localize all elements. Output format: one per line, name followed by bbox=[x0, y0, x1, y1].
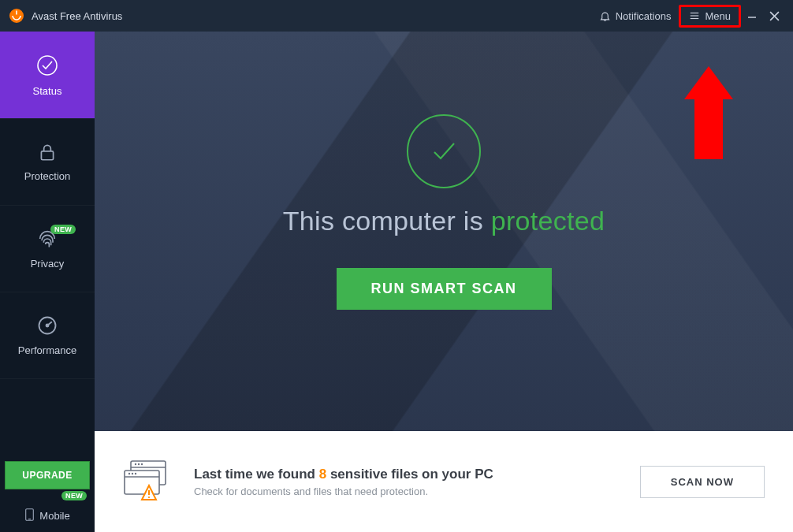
lock-icon bbox=[37, 142, 58, 162]
new-badge: NEW bbox=[50, 225, 76, 234]
mobile-icon bbox=[24, 508, 35, 523]
avast-logo-icon bbox=[8, 7, 25, 24]
svg-point-21 bbox=[128, 473, 130, 474]
notifications-label: Notifications bbox=[616, 10, 672, 22]
menu-button[interactable]: Menu bbox=[679, 5, 741, 28]
svg-rect-1 bbox=[16, 11, 17, 15]
promo-title: Last time we found 8 sensitive files on … bbox=[194, 467, 618, 482]
sidebar-item-label: Mobile bbox=[39, 510, 69, 522]
sidebar-item-status[interactable]: Status bbox=[0, 32, 95, 118]
status-headline: This computer is protected bbox=[283, 206, 605, 236]
new-badge: NEW bbox=[61, 491, 87, 500]
svg-point-22 bbox=[132, 473, 133, 474]
scan-now-button[interactable]: SCAN NOW bbox=[640, 466, 765, 498]
run-smart-scan-button[interactable]: RUN SMART SCAN bbox=[337, 268, 552, 310]
minimize-button[interactable] bbox=[741, 0, 763, 32]
sidebar-item-protection[interactable]: Protection bbox=[0, 118, 95, 205]
status-prefix: This computer is bbox=[283, 206, 491, 236]
sidebar-item-label: Privacy bbox=[31, 258, 65, 270]
status-state-word: protected bbox=[491, 206, 605, 236]
sidebar-item-label: Protection bbox=[24, 170, 71, 182]
notifications-button[interactable]: Notifications bbox=[591, 7, 679, 25]
svg-point-11 bbox=[46, 324, 48, 326]
gauge-icon bbox=[36, 314, 58, 337]
sidebar-item-performance[interactable]: Performance bbox=[0, 292, 95, 378]
svg-point-8 bbox=[38, 56, 57, 75]
svg-point-17 bbox=[138, 463, 140, 465]
sidebar-item-privacy[interactable]: NEW Privacy bbox=[0, 205, 95, 292]
promo-bar: Last time we found 8 sensitive files on … bbox=[95, 431, 793, 532]
svg-point-16 bbox=[135, 463, 136, 465]
sidebar-item-label: Performance bbox=[18, 344, 76, 356]
promo-count: 8 bbox=[319, 467, 326, 482]
menu-label: Menu bbox=[705, 10, 731, 22]
promo-text: Last time we found 8 sensitive files on … bbox=[194, 467, 618, 497]
close-button[interactable] bbox=[763, 0, 785, 32]
svg-point-23 bbox=[135, 473, 136, 474]
svg-point-18 bbox=[141, 463, 143, 465]
status-check-icon bbox=[35, 54, 59, 77]
svg-point-25 bbox=[148, 497, 150, 498]
sidebar: Status Protection NEW Privacy bbox=[0, 32, 95, 532]
upgrade-button[interactable]: UPGRADE bbox=[5, 461, 90, 489]
documents-warning-icon bbox=[123, 459, 172, 504]
main-panel: This computer is protected RUN SMART SCA… bbox=[95, 32, 793, 532]
sidebar-item-label: Status bbox=[33, 85, 62, 97]
sidebar-item-mobile[interactable]: NEW Mobile bbox=[0, 499, 95, 532]
app-title: Avast Free Antivirus bbox=[32, 10, 122, 22]
hamburger-icon bbox=[689, 10, 700, 21]
promo-subtitle: Check for documents and files that need … bbox=[194, 485, 618, 497]
titlebar: Avast Free Antivirus Notifications Menu bbox=[0, 0, 793, 32]
bell-icon bbox=[599, 10, 611, 22]
status-ring-icon bbox=[407, 114, 481, 188]
svg-rect-9 bbox=[41, 151, 53, 160]
app-window: Avast Free Antivirus Notifications Menu bbox=[0, 0, 793, 532]
